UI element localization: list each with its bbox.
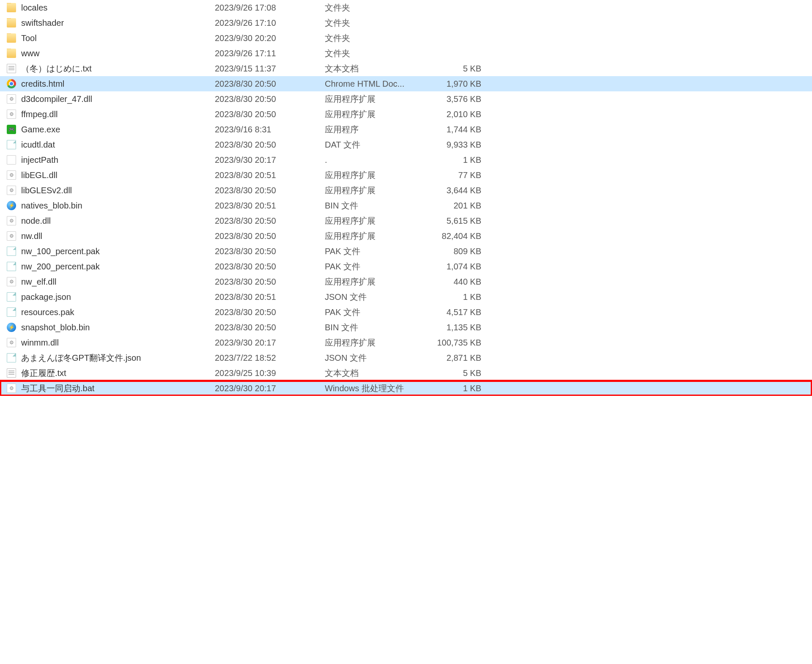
file-name: snapshot_blob.bin [21,323,90,332]
file-row[interactable]: nw.dll2023/8/30 20:50应用程序扩展82,404 KB [0,228,812,244]
file-type: 应用程序扩展 [325,93,422,105]
file-name-cell[interactable]: www [3,49,215,58]
file-name: Game.exe [21,125,60,134]
file-name-cell[interactable]: icudtl.dat [3,140,215,150]
file-row[interactable]: （冬）はじめに.txt2023/9/15 11:37文本文档5 KB [0,61,812,76]
dll-icon [7,216,16,225]
file-date: 2023/9/15 11:37 [215,64,325,74]
file-row[interactable]: libGLESv2.dll2023/8/30 20:50应用程序扩展3,644 … [0,183,812,198]
file-row[interactable]: credits.html2023/8/30 20:50Chrome HTML D… [0,76,812,91]
file-row[interactable]: あまえんぼ冬GPT翻译文件.json2023/7/22 18:52JSON 文件… [0,350,812,365]
file-row[interactable]: 修正履歴.txt2023/9/25 10:39文本文档5 KB [0,365,812,381]
file-name-cell[interactable]: credits.html [3,79,215,89]
file-type: Chrome HTML Doc... [325,79,422,89]
file-row[interactable]: snapshot_blob.bin2023/8/30 20:50BIN 文件1,… [0,320,812,335]
file-name: www [21,49,39,58]
exe-icon [7,125,16,134]
file-date: 2023/9/16 8:31 [215,125,325,134]
file-row[interactable]: icudtl.dat2023/8/30 20:50DAT 文件9,933 KB [0,137,812,152]
file-name: resources.pak [21,307,74,317]
file-name-cell[interactable]: snapshot_blob.bin [3,323,215,332]
file-size: 4,517 KB [422,307,481,317]
file-date: 2023/8/30 20:50 [215,110,325,119]
file-name: nw.dll [21,231,42,241]
file-size: 809 KB [422,247,481,256]
file-name: winmm.dll [21,338,59,348]
file-size: 2,871 KB [422,353,481,363]
file-row[interactable]: 与工具一同启动.bat2023/9/30 20:17Windows 批处理文件1… [0,381,812,396]
dll-icon [7,338,16,347]
file-name-cell[interactable]: あまえんぼ冬GPT翻译文件.json [3,352,215,364]
file-row[interactable]: injectPath2023/9/30 20:17.1 KB [0,152,812,167]
file-type: 文本文档 [325,63,422,74]
file-name-cell[interactable]: swiftshader [3,18,215,28]
file-row[interactable]: natives_blob.bin2023/8/30 20:51BIN 文件201… [0,198,812,213]
file-row[interactable]: nw_elf.dll2023/8/30 20:50应用程序扩展440 KB [0,274,812,289]
file-size: 2,010 KB [422,110,481,119]
file-date: 2023/8/30 20:50 [215,231,325,241]
file-name: swiftshader [21,18,64,28]
txt-icon [7,64,16,73]
file-size: 9,933 KB [422,140,481,150]
file-name-cell[interactable]: libGLESv2.dll [3,186,215,195]
dll-icon [7,170,16,180]
file-date: 2023/9/26 17:11 [215,49,325,58]
file-size: 5 KB [422,368,481,378]
file-row[interactable]: Tool2023/9/30 20:20文件夹 [0,30,812,46]
file-name-cell[interactable]: node.dll [3,216,215,226]
folder-icon [7,3,16,12]
file-name: ffmpeg.dll [21,110,58,119]
file-name: node.dll [21,216,51,226]
file-row[interactable]: swiftshader2023/9/26 17:10文件夹 [0,15,812,30]
file-row[interactable]: node.dll2023/8/30 20:50应用程序扩展5,615 KB [0,213,812,228]
file-type: 应用程序扩展 [325,215,422,227]
file-date: 2023/9/30 20:17 [215,338,325,348]
file-name-cell[interactable]: injectPath [3,155,215,165]
file-type: 文件夹 [325,33,422,44]
file-name-cell[interactable]: ffmpeg.dll [3,110,215,119]
file-name-cell[interactable]: （冬）はじめに.txt [3,63,215,74]
file-name: d3dcompiler_47.dll [21,94,92,104]
file-name-cell[interactable]: locales [3,3,215,13]
file-name-cell[interactable]: nw_100_percent.pak [3,247,215,256]
file-date: 2023/9/30 20:17 [215,384,325,393]
file-row[interactable]: Game.exe2023/9/16 8:31应用程序1,744 KB [0,122,812,137]
file-name: libEGL.dll [21,170,58,180]
file-row[interactable]: www2023/9/26 17:11文件夹 [0,46,812,61]
file-icon [7,262,16,271]
file-type: Windows 批处理文件 [325,383,422,394]
dll-icon [7,110,16,119]
file-name-cell[interactable]: winmm.dll [3,338,215,348]
file-icon [7,353,16,362]
file-name-cell[interactable]: nw_200_percent.pak [3,262,215,272]
file-name-cell[interactable]: Tool [3,33,215,43]
file-name: nw_elf.dll [21,277,56,287]
file-row[interactable]: winmm.dll2023/9/30 20:17应用程序扩展100,735 KB [0,335,812,350]
file-name-cell[interactable]: 修正履歴.txt [3,368,215,379]
file-name-cell[interactable]: 与工具一同启动.bat [3,383,215,394]
file-type: 文本文档 [325,368,422,379]
file-type: 应用程序扩展 [325,185,422,196]
file-row[interactable]: libEGL.dll2023/8/30 20:51应用程序扩展77 KB [0,167,812,183]
file-name-cell[interactable]: package.json [3,292,215,302]
file-row[interactable]: ffmpeg.dll2023/8/30 20:50应用程序扩展2,010 KB [0,107,812,122]
file-name: natives_blob.bin [21,201,82,211]
file-name-cell[interactable]: resources.pak [3,307,215,317]
file-row[interactable]: d3dcompiler_47.dll2023/8/30 20:50应用程序扩展3… [0,91,812,107]
file-row[interactable]: locales2023/9/26 17:08文件夹 [0,0,812,15]
file-name-cell[interactable]: nw.dll [3,231,215,241]
dll-icon [7,231,16,241]
file-name-cell[interactable]: libEGL.dll [3,170,215,180]
file-name-cell[interactable]: d3dcompiler_47.dll [3,94,215,104]
file-row[interactable]: package.json2023/8/30 20:51JSON 文件1 KB [0,289,812,305]
file-row[interactable]: nw_200_percent.pak2023/8/30 20:50PAK 文件1… [0,259,812,274]
file-name-cell[interactable]: nw_elf.dll [3,277,215,287]
folder-icon [7,18,16,27]
file-size: 1 KB [422,384,481,393]
file-name-cell[interactable]: natives_blob.bin [3,201,215,211]
file-name-cell[interactable]: Game.exe [3,125,215,134]
file-list: locales2023/9/26 17:08文件夹swiftshader2023… [0,0,812,396]
file-row[interactable]: resources.pak2023/8/30 20:50PAK 文件4,517 … [0,305,812,320]
file-row[interactable]: nw_100_percent.pak2023/8/30 20:50PAK 文件8… [0,244,812,259]
file-icon [7,140,16,149]
